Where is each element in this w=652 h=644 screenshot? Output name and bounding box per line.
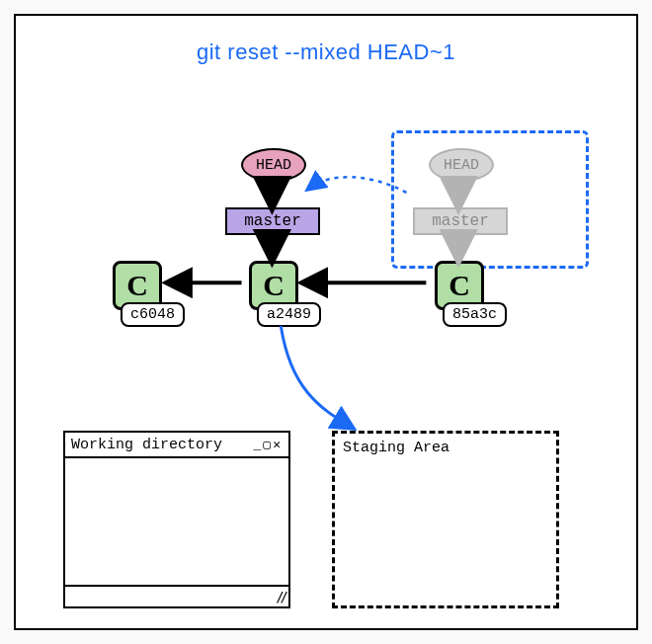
branch-master: master: [225, 207, 320, 235]
ghost-branch-master: master: [413, 207, 508, 235]
commit-c2-hash: 85a3c: [443, 302, 507, 327]
arrow-commit-to-staging: [281, 326, 350, 426]
diagram-title: git reset --mixed HEAD~1: [16, 40, 636, 65]
head-pointer: HEAD: [241, 148, 306, 182]
commit-c0-hash: c6048: [121, 302, 185, 327]
staging-area-title: Staging Area: [343, 440, 449, 456]
ghost-head-pointer: HEAD: [429, 148, 494, 182]
working-directory-title: Working directory: [71, 437, 222, 453]
staging-area: Staging Area: [332, 431, 559, 608]
window-controls: _▢✕: [254, 437, 283, 452]
commit-c1-hash: a2489: [257, 302, 321, 327]
working-directory-window: Working directory _▢✕ //: [63, 431, 290, 608]
diagram-frame: git reset --mixed HEAD~1 HEAD master HEA…: [14, 14, 638, 630]
ghost-region: [391, 130, 589, 269]
resize-grip-icon: //: [276, 589, 285, 604]
